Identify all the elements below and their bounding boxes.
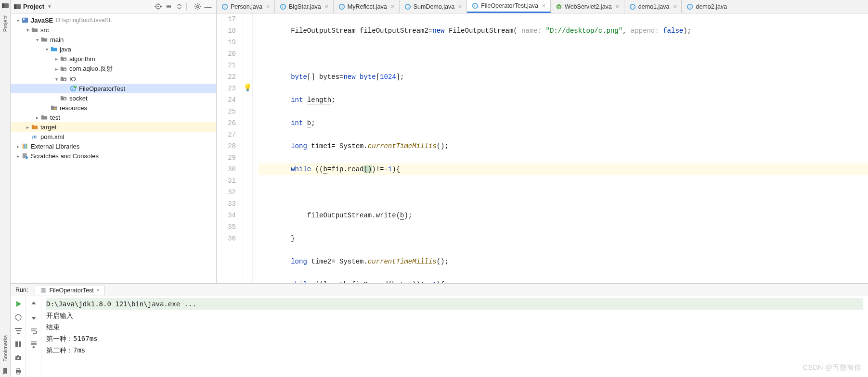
chevron-down-icon[interactable]: ▾ [53,76,60,82]
tree-extlib[interactable]: ▸External Libraries [11,141,216,151]
java-class-icon: C [338,3,345,10]
chevron-down-icon[interactable]: ▾ [43,47,50,52]
soft-wrap-button[interactable] [28,325,39,337]
console-output[interactable]: D:\Java\jdk1.8.0_121\bin\java.exe ... 开启… [41,296,868,377]
tree-io[interactable]: ▾IO [11,74,216,84]
tree-socket[interactable]: socket [11,93,216,103]
java-class-icon: C [687,3,693,10]
java-class-icon: C [280,3,286,10]
project-rail-icon[interactable] [1,2,9,10]
tree-java[interactable]: ▾java [11,44,216,54]
svg-point-15 [64,98,66,100]
rerun-button[interactable] [13,298,24,310]
project-header-dropdown-icon[interactable]: ▼ [47,4,52,9]
collapse-all-button[interactable] [174,1,184,12]
java-class-icon: C [69,85,77,92]
camera-button[interactable] [13,352,24,364]
svg-rect-1 [2,3,4,8]
tree-root[interactable]: ▾JavaSED:\springBoot\JavaSE [11,15,216,25]
rail-tab-project[interactable]: Project [1,12,9,36]
tree-main[interactable]: ▾main [11,35,216,44]
chevron-right-icon[interactable]: ▸ [24,125,31,130]
project-header: Project ▼ — [11,0,216,13]
source-folder-icon [50,45,58,53]
tab-demo2[interactable]: Cdemo2.java [682,0,732,13]
package-icon [60,75,67,83]
tree-scratch[interactable]: ▸Scratches and Consoles [11,151,216,161]
chevron-right-icon[interactable]: ▸ [34,115,40,120]
tab-person[interactable]: CPerson.java× [217,0,275,13]
svg-rect-18 [23,144,24,149]
run-tool-window: Run: FileOperatorTest × [11,283,868,377]
svg-point-22 [26,156,28,159]
tree-target[interactable]: ▸target [11,122,216,132]
run-config-tab[interactable]: FileOperatorTest × [35,286,105,295]
tab-bigstar[interactable]: CBigStar.java× [275,0,334,13]
tab-myreflect[interactable]: CMyReflect.java× [334,0,400,13]
tree-pom[interactable]: mpom.xml [11,132,216,141]
chevron-down-icon[interactable]: ▾ [14,18,21,23]
resources-folder-icon [50,104,58,112]
code-editor[interactable]: 17 18 19 20 21 22 23 24 25 26 27 28 29 3… [217,13,868,283]
settings-button[interactable] [192,1,203,12]
chevron-right-icon[interactable]: ▸ [14,153,21,159]
tree-src[interactable]: ▾src [11,25,216,35]
project-header-title[interactable]: Project [23,3,44,10]
tree-resources[interactable]: resources [11,103,216,113]
close-icon[interactable]: × [616,3,619,10]
svg-point-10 [64,69,66,71]
svg-text:m: m [32,134,37,139]
svg-text:C: C [72,87,74,90]
tree-algorithm[interactable]: ▸algorithm [11,54,216,63]
expand-all-button[interactable] [163,1,174,12]
svg-text:C: C [406,5,409,8]
chevron-right-icon[interactable]: ▸ [53,66,60,72]
svg-rect-3 [14,4,16,9]
bookmarks-rail-icon[interactable] [1,367,9,375]
print-button[interactable] [13,365,24,377]
tree-reflect[interactable]: ▸com.aqiuo.反射 [11,63,216,74]
svg-point-14 [74,86,77,88]
svg-rect-50 [17,372,20,374]
package-icon [60,65,67,73]
project-tree[interactable]: ▾JavaSED:\springBoot\JavaSE ▾src ▾main ▾… [11,13,216,283]
code-text[interactable]: FileOutputStream fileOutputStream2=new F… [253,13,868,283]
close-icon[interactable]: × [96,287,100,294]
chevron-right-icon[interactable]: ▸ [14,144,21,149]
chevron-down-icon[interactable]: ▾ [24,27,31,33]
close-icon[interactable]: × [266,3,270,10]
up-button[interactable] [28,298,39,310]
svg-text:@: @ [557,5,561,8]
close-icon[interactable]: × [542,2,545,9]
servlet-icon: @ [556,3,562,10]
tree-test[interactable]: ▸test [11,113,216,122]
tree-fileop[interactable]: CFileOperatorTest [11,84,216,93]
intention-bulb-icon[interactable]: 💡 [243,83,252,94]
svg-point-46 [17,357,19,359]
close-icon[interactable]: × [673,3,676,10]
left-tool-rail: Project Bookmarks [0,0,11,377]
java-class-icon: C [221,3,228,10]
layout-button[interactable] [13,339,24,350]
tab-demo1[interactable]: Cdemo1.java× [624,0,682,13]
locate-button[interactable] [153,1,163,12]
tab-webserv[interactable]: @WebServlet2.java× [551,0,624,13]
stop-button[interactable] [13,312,24,323]
close-icon[interactable]: × [325,3,328,10]
svg-rect-40 [15,328,22,329]
close-icon[interactable]: × [458,3,462,10]
svg-text:C: C [282,5,285,8]
svg-text:C: C [474,4,477,8]
svg-rect-47 [17,355,19,356]
down-button[interactable] [28,312,39,323]
hide-button[interactable]: — [203,1,213,12]
filter-button[interactable] [13,325,24,337]
tab-fileop[interactable]: CFileOperatorTest.java× [467,0,551,13]
svg-rect-42 [17,333,20,334]
scroll-to-end-button[interactable] [28,339,39,350]
chevron-down-icon[interactable]: ▾ [34,37,40,42]
rail-tab-bookmarks[interactable]: Bookmarks [1,331,9,365]
tab-sumdemo[interactable]: CSumDemo.java× [400,0,467,13]
close-icon[interactable]: × [391,3,394,10]
chevron-right-icon[interactable]: ▸ [53,56,60,62]
